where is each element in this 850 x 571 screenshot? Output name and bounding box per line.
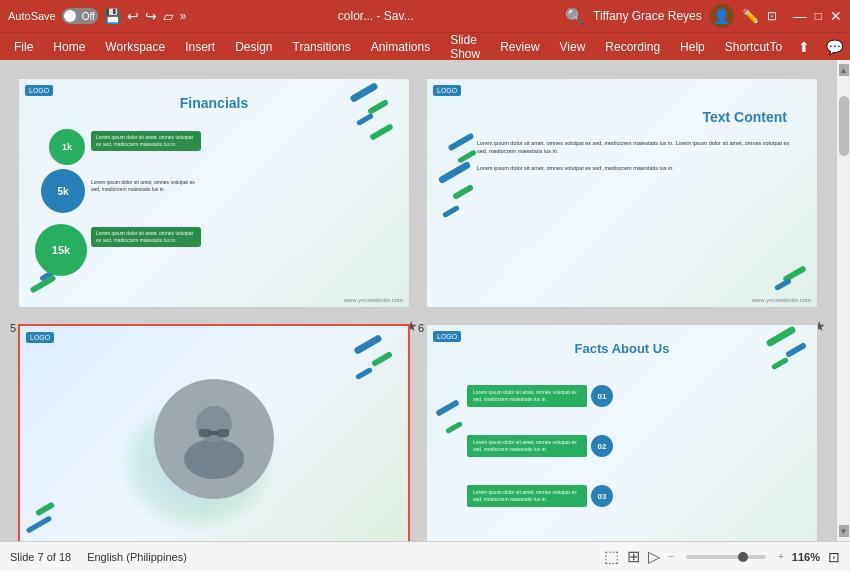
slide-6-title: Text Content [702,109,787,125]
dash-5-1 [349,82,378,103]
menu-review[interactable]: Review [490,36,549,58]
zoom-level: 116% [792,551,820,563]
search-icon[interactable]: 🔍 [565,7,585,26]
slide-6-body: Lorem ipsum dolor sit amet, omnes volutp… [477,139,797,172]
menu-design[interactable]: Design [225,36,282,58]
logo-6: LOGO [433,85,461,96]
dash-5-3 [356,113,374,126]
status-bar: Slide 7 of 18 English (Philippines) ⬚ ⊞ … [0,541,850,571]
toggle-state: Off [82,11,95,22]
scroll-up-btn[interactable]: ▲ [839,64,849,76]
slide-5-bg: LOGO Financials 1k 5k 15k Lor [19,79,409,307]
slide-cell-8: LOGO Facts About Us Lorem ipsum dolor si… [418,316,826,541]
menu-shortcutto[interactable]: ShortcutTo [715,36,792,58]
logo-7: LOGO [26,332,54,343]
slide-8-title: Facts About Us [575,341,670,356]
menu-view[interactable]: View [550,36,596,58]
logo-8: LOGO [433,331,461,342]
status-bar-left: Slide 7 of 18 English (Philippines) [10,551,187,563]
text-block-1k: Lorem ipsum dolor sit amet, omnes volutp… [91,131,201,151]
zoom-minus-icon[interactable]: − [668,551,674,562]
circle-5k: 5k [41,169,85,213]
dash-7-3 [355,367,373,380]
dash-8-2 [785,342,807,358]
dash-7-5 [26,515,53,533]
redo-icon[interactable]: ↪ [145,8,157,24]
slide-6[interactable]: LOGO Text Content Lorem ipsum dolor sit … [426,78,818,308]
slide-cell-7: LOGO [10,316,418,541]
slide-6-bg: LOGO Text Content Lorem ipsum dolor sit … [427,79,817,307]
dash-6-3 [438,161,472,185]
undo-icon[interactable]: ↩ [127,8,139,24]
website-5: www.yourwebsite.com [344,297,403,303]
slide-cell-5: LOGO Financials 1k 5k 15k Lor [10,70,418,316]
slide-8[interactable]: LOGO Facts About Us Lorem ipsum dolor si… [426,324,818,541]
zoom-slider[interactable] [686,555,766,559]
circle-1k: 1k [49,129,85,165]
scroll-down-btn[interactable]: ▼ [839,525,849,537]
logo-5: LOGO [25,85,53,96]
facts-text-3: Lorem ipsum dolor sit amet, omnes volutp… [467,485,587,507]
menu-home[interactable]: Home [43,36,95,58]
slide-5[interactable]: LOGO Financials 1k 5k 15k Lor [18,78,410,308]
circle-15k: 15k [35,224,87,276]
fit-slide-icon[interactable]: ⊡ [828,549,840,565]
language-info: English (Philippines) [87,551,187,563]
minimize-icon[interactable]: — [793,8,807,24]
dash-7-1 [353,334,382,355]
slide-cell-6: LOGO Text Content Lorem ipsum dolor sit … [418,70,826,316]
website-6: www.yourwebsite.com [752,297,811,303]
grid-view-icon[interactable]: ⊞ [627,547,640,566]
autosave-toggle[interactable]: Off [62,8,98,24]
facts-text-2: Lorem ipsum dolor sit amet, omnes volutp… [467,435,587,457]
menu-workspace[interactable]: Workspace [95,36,175,58]
text-block-5k: Lorem ipsum dolor sit amet, omnes volutp… [91,179,201,193]
dash-8-1 [765,325,796,347]
menu-help[interactable]: Help [670,36,715,58]
title-bar-left: AutoSave Off 💾 ↩ ↪ ▱ » [8,8,186,24]
user-avatar[interactable]: 👤 [710,4,734,28]
menu-transitions[interactable]: Transitions [283,36,361,58]
menu-bar: File Home Workspace Insert Design Transi… [0,32,850,60]
restore-icon[interactable]: ⊡ [767,9,777,23]
title-bar-right: 🔍 Tiffany Grace Reyes 👤 ✏️ ⊡ — □ ✕ [565,4,842,28]
slide-7[interactable]: LOGO [18,324,410,541]
slide-8-bg: LOGO Facts About Us Lorem ipsum dolor si… [427,325,817,541]
dash-6-4 [452,184,474,200]
slide-7-image-circle [154,379,274,499]
facts-row-2: Lorem ipsum dolor sit amet, omnes volutp… [467,435,613,457]
facts-num-3: 03 [591,485,613,507]
present-view-icon[interactable]: ▷ [648,547,660,566]
save-icon[interactable]: 💾 [104,8,121,24]
toggle-knob [64,10,76,22]
present-icon[interactable]: ▱ [163,8,174,24]
zoom-plus-icon[interactable]: + [778,551,784,562]
scrollbar-thumb[interactable] [839,96,849,156]
zoom-slider-thumb[interactable] [738,552,748,562]
dash-7-4 [35,501,55,516]
dash-8-5 [445,421,463,434]
svg-rect-5 [209,431,219,435]
slide-5-title: Financials [180,95,248,111]
notes-view-icon[interactable]: ⬚ [604,547,619,566]
vertical-scrollbar[interactable]: ▲ ▼ [836,60,850,541]
share-icon[interactable]: ⬆ [792,37,816,57]
autosave-label: AutoSave [8,10,56,22]
title-bar: AutoSave Off 💾 ↩ ↪ ▱ » color... - Sav...… [0,0,850,32]
comment-icon[interactable]: 💬 [820,37,849,57]
menu-right-icons: ⬆ 💬 [792,37,849,57]
more-tools-icon[interactable]: » [180,9,187,23]
menu-recording[interactable]: Recording [595,36,670,58]
dash-7-2 [371,351,393,367]
slide-grid: LOGO Financials 1k 5k 15k Lor [0,60,836,541]
slide-info: Slide 7 of 18 [10,551,71,563]
close-icon[interactable]: ✕ [830,8,842,24]
maximize-icon[interactable]: □ [815,9,822,23]
menu-file[interactable]: File [4,36,43,58]
status-bar-right: ⬚ ⊞ ▷ − + 116% ⊡ [604,547,840,566]
main-area: LOGO Financials 1k 5k 15k Lor [0,60,850,541]
ribbon-icon[interactable]: ✏️ [742,8,759,24]
menu-insert[interactable]: Insert [175,36,225,58]
text-block-15k: Lorem ipsum dolor sit amet, omnes volutp… [91,227,201,247]
menu-animations[interactable]: Animations [361,36,440,58]
